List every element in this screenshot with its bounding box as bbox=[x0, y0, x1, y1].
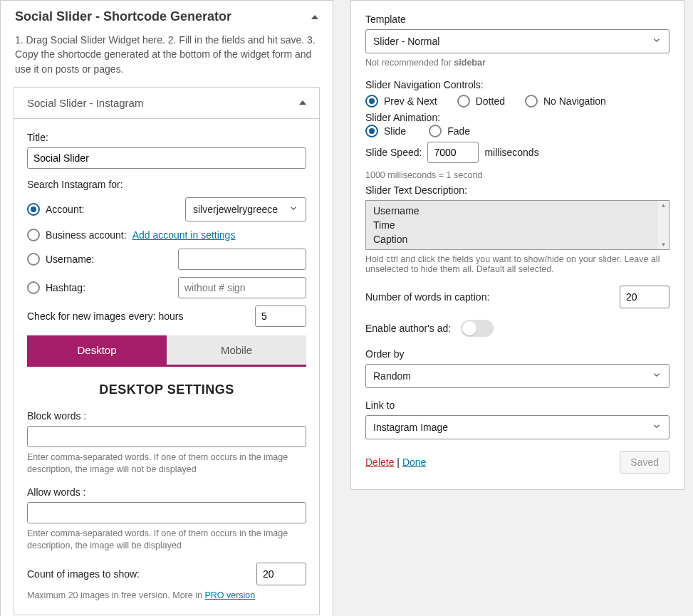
text-desc-hint: Hold ctrl and click the fields you want … bbox=[365, 254, 669, 274]
collapse-icon[interactable] bbox=[311, 15, 318, 19]
panel-description: 1. Drag Social Slider Widget here. 2. Fi… bbox=[1, 33, 333, 87]
nav-dotted-label: Dotted bbox=[476, 95, 505, 107]
panel-header[interactable]: Social Slider - Shortcode Generator bbox=[1, 1, 333, 33]
template-select[interactable]: Slider - Normal bbox=[365, 29, 669, 53]
text-desc-label: Slider Text Description: bbox=[365, 184, 669, 196]
nav-controls-label: Slider Navigation Controls: bbox=[365, 79, 669, 90]
anim-fade-radio[interactable] bbox=[429, 125, 442, 137]
scroll-up-icon[interactable]: ▲ bbox=[661, 202, 667, 209]
tab-desktop[interactable]: Desktop bbox=[27, 335, 167, 365]
template-hint: Not recommended for sidebar bbox=[365, 58, 669, 68]
nav-none-label: No Navigation bbox=[543, 95, 606, 107]
slide-speed-input[interactable] bbox=[427, 142, 479, 163]
nav-prev-next-label: Prev & Next bbox=[384, 95, 437, 107]
order-by-select[interactable]: Random bbox=[365, 364, 669, 388]
count-help: Maximum 20 images in free version. More … bbox=[27, 590, 306, 602]
allow-words-input[interactable] bbox=[27, 502, 306, 523]
speed-hint: 1000 milliseconds = 1 second bbox=[365, 170, 669, 180]
block-words-label: Block words : bbox=[27, 410, 306, 422]
account-radio-label: Account: bbox=[46, 204, 84, 215]
search-for-label: Search Instagram for: bbox=[27, 179, 306, 190]
chevron-down-icon bbox=[652, 370, 662, 382]
collapse-icon[interactable] bbox=[299, 100, 306, 105]
chevron-down-icon bbox=[288, 203, 298, 215]
count-input[interactable] bbox=[256, 563, 306, 585]
check-interval-input[interactable] bbox=[255, 306, 306, 327]
done-link[interactable]: Done bbox=[402, 456, 426, 468]
desktop-settings-heading: DESKTOP SETTINGS bbox=[27, 382, 306, 397]
check-interval-label: Check for new images every: bbox=[27, 310, 156, 322]
hashtag-label: Hashtag: bbox=[46, 282, 85, 293]
username-radio[interactable] bbox=[27, 253, 40, 266]
nav-none-radio[interactable] bbox=[525, 95, 538, 108]
panel-title: Social Slider - Shortcode Generator bbox=[15, 9, 231, 24]
list-item[interactable]: Time bbox=[373, 218, 662, 232]
widget-settings-panel: Template Slider - Normal Not recommended… bbox=[350, 0, 684, 490]
link-to-label: Link to bbox=[365, 400, 669, 411]
anim-fade-label: Fade bbox=[447, 125, 470, 137]
title-input[interactable] bbox=[27, 147, 306, 169]
add-account-link[interactable]: Add account in settings bbox=[132, 229, 236, 241]
list-item[interactable]: Caption bbox=[373, 232, 662, 246]
title-label: Title: bbox=[27, 132, 306, 143]
footer-links: Delete | Done bbox=[365, 456, 426, 468]
shortcode-generator-panel: Social Slider - Shortcode Generator 1. D… bbox=[0, 0, 333, 616]
business-account-label: Business account: bbox=[46, 229, 127, 241]
caption-words-input[interactable] bbox=[620, 286, 669, 308]
scrollbar[interactable]: ▲ ▼ bbox=[658, 201, 669, 249]
slide-speed-unit: milliseconds bbox=[484, 147, 538, 158]
link-to-select[interactable]: Instagram Image bbox=[365, 415, 669, 439]
order-by-label: Order by bbox=[365, 348, 669, 360]
account-radio[interactable] bbox=[27, 203, 40, 216]
account-select[interactable]: silverjewelrygreece bbox=[185, 197, 306, 221]
count-label: Count of images to show: bbox=[27, 568, 140, 580]
subpanel-header[interactable]: Social Slider - Instagram bbox=[14, 88, 319, 119]
saved-button[interactable]: Saved bbox=[620, 451, 669, 474]
block-words-help: Enter comma-separated words. If one of t… bbox=[27, 451, 306, 476]
hashtag-input[interactable] bbox=[178, 277, 306, 298]
check-interval-unit: hours bbox=[158, 310, 183, 322]
delete-link[interactable]: Delete bbox=[365, 456, 394, 468]
allow-words-help: Enter comma-separated words. If one of t… bbox=[27, 528, 306, 553]
chevron-down-icon bbox=[652, 36, 662, 48]
username-input[interactable] bbox=[178, 249, 306, 270]
allow-words-label: Allow words : bbox=[27, 486, 306, 498]
slide-speed-label: Slide Speed: bbox=[365, 147, 422, 158]
block-words-input[interactable] bbox=[27, 426, 306, 447]
scroll-down-icon[interactable]: ▼ bbox=[661, 241, 667, 248]
enable-ad-toggle[interactable] bbox=[461, 320, 494, 337]
nav-prev-next-radio[interactable] bbox=[365, 95, 378, 108]
anim-slide-label: Slide bbox=[384, 125, 406, 137]
business-account-radio[interactable] bbox=[27, 229, 40, 241]
device-tabs: Desktop Mobile bbox=[27, 335, 306, 367]
enable-ad-label: Enable author's ad: bbox=[365, 323, 451, 334]
text-desc-listbox[interactable]: Username Time Caption ▲ ▼ bbox=[365, 200, 669, 250]
instagram-widget-panel: Social Slider - Instagram Title: Search … bbox=[14, 87, 320, 616]
anim-slide-radio[interactable] bbox=[365, 125, 378, 137]
list-item[interactable]: Username bbox=[373, 204, 662, 218]
username-label: Username: bbox=[46, 254, 94, 265]
nav-dotted-radio[interactable] bbox=[457, 95, 470, 108]
animation-label: Slider Animation: bbox=[365, 112, 669, 123]
hashtag-radio[interactable] bbox=[27, 281, 40, 294]
subpanel-title: Social Slider - Instagram bbox=[27, 97, 143, 109]
tab-mobile[interactable]: Mobile bbox=[167, 335, 306, 365]
caption-words-label: Number of words in caption: bbox=[365, 291, 489, 303]
template-label: Template bbox=[365, 14, 669, 25]
chevron-down-icon bbox=[652, 422, 662, 434]
pro-version-link[interactable]: PRO version bbox=[204, 590, 255, 600]
